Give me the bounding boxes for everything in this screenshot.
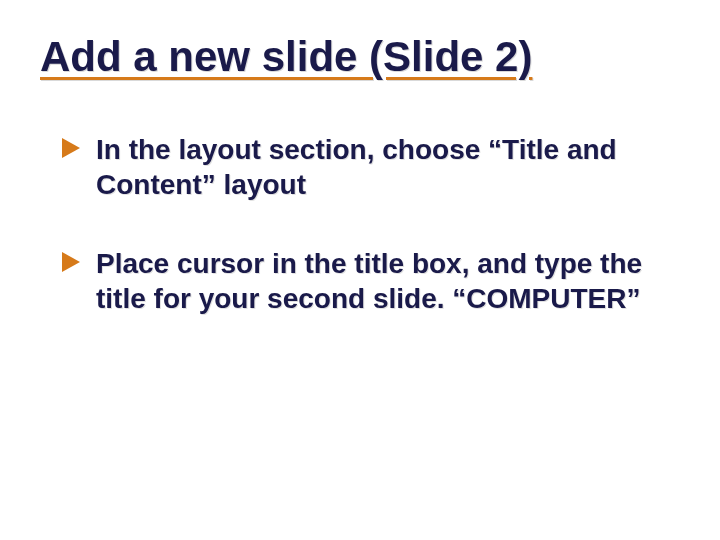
bullet-text: Place cursor in the title box, and type … xyxy=(96,248,642,314)
bullet-text: In the layout section, choose “Title and… xyxy=(96,134,617,200)
slide-title: Add a new slide (Slide 2) xyxy=(40,32,680,82)
list-item: In the layout section, choose “Title and… xyxy=(68,132,680,202)
list-item: Place cursor in the title box, and type … xyxy=(68,246,680,316)
triangle-bullet-icon xyxy=(62,252,80,272)
triangle-bullet-icon xyxy=(62,138,80,158)
bullet-list: In the layout section, choose “Title and… xyxy=(40,132,680,316)
